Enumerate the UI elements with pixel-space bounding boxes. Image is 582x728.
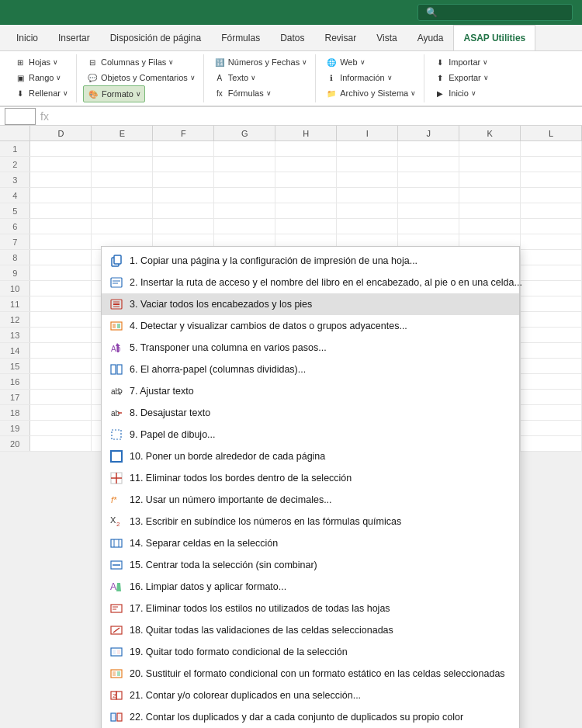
remove-borders-icon xyxy=(109,471,123,485)
tab-revisar[interactable]: Revisar xyxy=(315,25,367,50)
menu-item-text-3: 3. Vaciar todos los encabezados y los pi… xyxy=(130,299,511,310)
menu-item-text-17: 17. Eliminar todos los estilos no utiliz… xyxy=(130,603,511,614)
numeros-icon: 🔢 xyxy=(213,56,226,68)
ribbon-tabs: Inicio Insertar Disposición de página Fó… xyxy=(0,25,582,51)
svg-rect-39 xyxy=(117,650,120,654)
name-box[interactable] xyxy=(5,108,36,125)
importar-icon: ⬇ xyxy=(434,56,446,68)
menu-item-21[interactable]: 221. Contar y/o colorear duplicados en u… xyxy=(102,685,519,706)
menu-item-17[interactable]: 17. Eliminar todos los estilos no utiliz… xyxy=(102,598,519,619)
svg-rect-47 xyxy=(117,713,122,721)
search-box[interactable]: 🔍 xyxy=(417,4,573,21)
menu-item-text-5: 5. Transponer una columna en varios paso… xyxy=(130,342,511,353)
tab-formulas[interactable]: Fórmulas xyxy=(211,25,270,50)
menu-item-text-12: 12. Usar un número importante de decimal… xyxy=(130,494,511,505)
tab-vista[interactable]: Vista xyxy=(366,25,407,50)
count-duplicates-icon: 2 xyxy=(109,688,123,702)
btn-web[interactable]: 🌐 Web ∨ xyxy=(322,54,368,70)
menu-item-2[interactable]: 2. Insertar la ruta de acceso y el nombr… xyxy=(102,272,519,293)
border-page-icon xyxy=(109,449,123,463)
menu-item-text-4: 4. Detectar y visualizar cambios de dato… xyxy=(130,321,511,331)
tab-datos[interactable]: Datos xyxy=(270,25,314,50)
spreadsheet-container: D E F G H I J K L 1234567891011121314151… xyxy=(0,126,582,452)
search-icon: 🔍 xyxy=(426,7,438,18)
tab-inicio[interactable]: Inicio xyxy=(6,25,48,50)
web-icon: 🌐 xyxy=(325,56,338,68)
svg-rect-32 xyxy=(111,605,122,612)
menu-item-1[interactable]: 1. Copiar una página y la configuración … xyxy=(102,250,519,272)
formulas-icon: fx xyxy=(213,87,226,99)
rellenar-icon: ⬇ xyxy=(14,87,26,99)
menu-item-text-10: 10. Poner un borde alrededor de cada pág… xyxy=(130,451,511,462)
btn-numeros-fechas[interactable]: 🔢 Números y Fechas ∨ xyxy=(210,54,310,70)
decimals-icon: f* xyxy=(109,493,123,507)
menu-item-text-22: 22. Contar los duplicados y dar a cada c… xyxy=(130,712,511,723)
table-row: 2 xyxy=(0,157,582,172)
menu-item-16[interactable]: A16. Limpiar datos y aplicar formato... xyxy=(102,576,519,598)
insert-path-icon xyxy=(109,276,123,289)
tab-asap-utilities[interactable]: ASAP Utilities xyxy=(453,25,535,50)
btn-hojas[interactable]: ⊞ Hojas ∨ xyxy=(11,54,61,70)
menu-item-4[interactable]: 4. Detectar y visualizar cambios de dato… xyxy=(102,315,519,337)
menu-item-14[interactable]: 14. Separar celdas en la selección xyxy=(102,532,519,554)
tab-disposicion[interactable]: Disposición de página xyxy=(100,25,211,50)
ribbon-toolbar: ⊞ Hojas ∨ ▣ Rango ∨ ⬇ Rellenar ∨ ⊟ Colum… xyxy=(0,51,582,107)
btn-texto[interactable]: A Texto ∨ xyxy=(210,70,259,85)
detect-icon xyxy=(109,319,123,333)
menu-item-5[interactable]: Ab5. Transponer una columna en varios pa… xyxy=(102,337,519,359)
menu-item-18[interactable]: 18. Quitar todas las validaciones de las… xyxy=(102,619,519,641)
btn-informacion[interactable]: ℹ Información ∨ xyxy=(322,70,395,85)
table-row: 3 xyxy=(0,172,582,188)
col-header-l: L xyxy=(521,126,582,140)
btn-inicio[interactable]: ▶ Inicio ∨ xyxy=(431,85,480,101)
formula-separator: fx xyxy=(40,110,49,123)
remove-cond-format-icon xyxy=(109,645,123,659)
btn-importar[interactable]: ⬇ Importar ∨ xyxy=(431,54,491,70)
menu-item-9[interactable]: 9. Papel de dibujo... xyxy=(102,424,519,445)
menu-item-3[interactable]: 3. Vaciar todos los encabezados y los pi… xyxy=(102,293,519,315)
menu-item-15[interactable]: 15. Centrar toda la selección (sin combi… xyxy=(102,554,519,576)
remove-styles-icon xyxy=(109,601,123,615)
btn-columnas-filas[interactable]: ⊟ Columnas y Filas ∨ xyxy=(83,54,177,70)
menu-item-20[interactable]: 20. Sustituir el formato condicional con… xyxy=(102,663,519,685)
menu-item-11[interactable]: 11. Eliminar todos los bordes dentro de … xyxy=(102,467,519,489)
col-header-h: H xyxy=(275,126,337,140)
svg-rect-19 xyxy=(111,451,122,462)
archivo-icon: 📁 xyxy=(325,87,338,99)
menu-item-text-15: 15. Centrar toda la selección (sin combi… xyxy=(130,560,511,570)
drawing-icon xyxy=(109,428,123,442)
texto-icon: A xyxy=(213,71,226,84)
btn-objetos-comentarios[interactable]: 💬 Objetos y Comentarios ∨ xyxy=(83,70,199,85)
menu-item-6[interactable]: 6. El ahorra-papel (columnas divididas).… xyxy=(102,359,519,380)
menu-item-text-6: 6. El ahorra-papel (columnas divididas).… xyxy=(130,364,511,375)
menu-item-19[interactable]: 19. Quitar todo formato condicional de l… xyxy=(102,641,519,663)
wrap-text-icon: ab xyxy=(109,384,123,398)
menu-item-10[interactable]: 10. Poner un borde alrededor de cada pág… xyxy=(102,445,519,467)
col-header-k: K xyxy=(459,126,521,140)
btn-rellenar[interactable]: ⬇ Rellenar ∨ xyxy=(11,85,71,101)
row-num-header xyxy=(0,126,30,140)
menu-item-13[interactable]: X213. Escribir en subíndice los números … xyxy=(102,511,519,532)
save-paper-icon xyxy=(109,362,123,376)
rango-icon: ▣ xyxy=(14,71,26,84)
menu-item-22[interactable]: 22. Contar los duplicados y dar a cada c… xyxy=(102,706,519,728)
btn-formato[interactable]: 🎨 Formato ∨ xyxy=(83,85,145,102)
tab-ayuda[interactable]: Ayuda xyxy=(407,25,454,50)
center-sel-icon xyxy=(109,558,123,572)
svg-rect-13 xyxy=(111,365,116,374)
svg-rect-2 xyxy=(111,278,122,287)
btn-exportar[interactable]: ⬆ Exportar ∨ xyxy=(431,70,492,85)
btn-rango[interactable]: ▣ Rango ∨ xyxy=(11,70,64,85)
color-duplicates-icon xyxy=(109,710,123,724)
format-dropdown-menu: 1. Copiar una página y la configuración … xyxy=(101,246,520,728)
menu-item-8[interactable]: ab8. Desajustar texto xyxy=(102,402,519,424)
svg-rect-14 xyxy=(117,365,122,374)
ribbon-group-import: ⬇ Importar ∨ ⬆ Exportar ∨ ▶ Inicio ∨ xyxy=(426,54,497,102)
tab-insertar[interactable]: Insertar xyxy=(48,25,100,50)
col-header-j: J xyxy=(398,126,459,140)
menu-item-12[interactable]: f*12. Usar un número importante de decim… xyxy=(102,489,519,511)
hojas-icon: ⊞ xyxy=(14,56,26,68)
btn-formulas[interactable]: fx Fórmulas ∨ xyxy=(210,85,275,101)
menu-item-7[interactable]: ab7. Ajustar texto xyxy=(102,380,519,402)
btn-archivo-sistema[interactable]: 📁 Archivo y Sistema ∨ xyxy=(322,85,419,101)
